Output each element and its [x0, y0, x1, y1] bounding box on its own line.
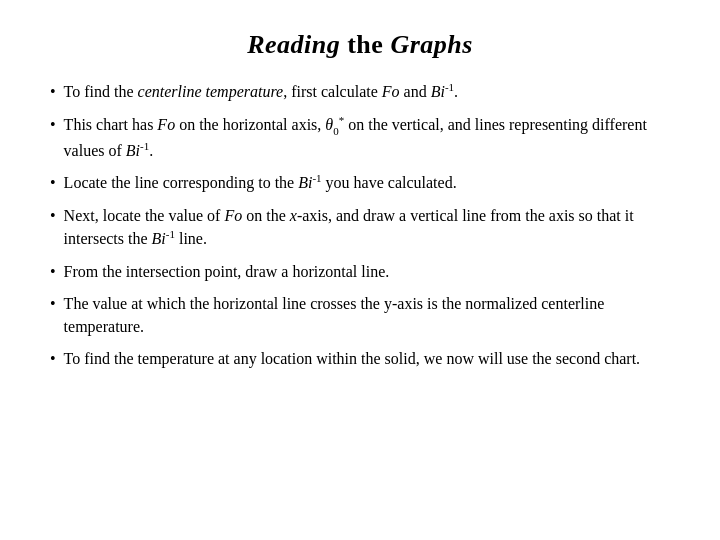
list-item-content: Locate the line corresponding to the Bi-…	[64, 171, 670, 195]
bullet-symbol: •	[50, 171, 56, 194]
list-item: •From the intersection point, draw a hor…	[50, 260, 670, 283]
list-item: •To find the centerline temperature, fir…	[50, 80, 670, 104]
title-part1: Reading	[247, 30, 347, 59]
list-item: •This chart has Fo on the horizontal axi…	[50, 113, 670, 163]
bullet-symbol: •	[50, 113, 56, 136]
list-item: •The value at which the horizontal line …	[50, 292, 670, 338]
list-item-content: From the intersection point, draw a hori…	[64, 260, 670, 283]
list-item-content: To find the centerline temperature, firs…	[64, 80, 670, 104]
list-item-content: This chart has Fo on the horizontal axis…	[64, 113, 670, 163]
list-item: •Locate the line corresponding to the Bi…	[50, 171, 670, 195]
page-title: Reading the Graphs	[247, 30, 473, 60]
bullet-symbol: •	[50, 260, 56, 283]
bullet-symbol: •	[50, 347, 56, 370]
bullet-symbol: •	[50, 204, 56, 227]
bullet-list: •To find the centerline temperature, fir…	[50, 80, 670, 379]
list-item-content: The value at which the horizontal line c…	[64, 292, 670, 338]
list-item-content: To find the temperature at any location …	[64, 347, 670, 370]
title-part2: the	[347, 30, 390, 59]
list-item-content: Next, locate the value of Fo on the x-ax…	[64, 204, 670, 251]
title-part3: Graphs	[390, 30, 472, 59]
list-item: •To find the temperature at any location…	[50, 347, 670, 370]
bullet-symbol: •	[50, 80, 56, 103]
bullet-symbol: •	[50, 292, 56, 315]
list-item: •Next, locate the value of Fo on the x-a…	[50, 204, 670, 251]
